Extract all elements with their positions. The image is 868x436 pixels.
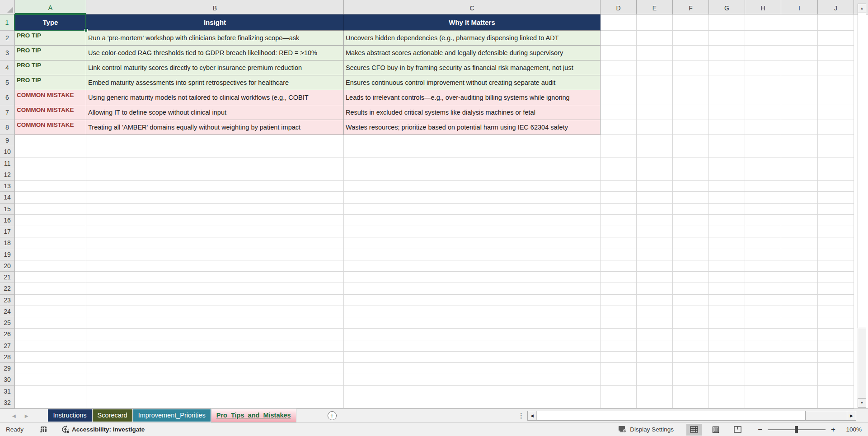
cell-F11[interactable] xyxy=(673,158,709,169)
cell-B7[interactable]: Allowing IT to define scope without clin… xyxy=(86,105,344,120)
cell-F17[interactable] xyxy=(673,226,709,237)
cell-C12[interactable] xyxy=(344,169,601,181)
cell-F5[interactable] xyxy=(673,75,709,90)
cell-B4[interactable]: Link control maturity scores directly to… xyxy=(86,60,344,75)
row-header-26[interactable]: 26 xyxy=(0,329,15,340)
cell-D4[interactable] xyxy=(601,60,637,75)
cell-I26[interactable] xyxy=(781,329,818,340)
row-header-29[interactable]: 29 xyxy=(0,363,15,374)
accessibility-status[interactable]: Accessibility: Investigate xyxy=(61,426,145,433)
cell-A26[interactable] xyxy=(15,329,86,340)
row-header-24[interactable]: 24 xyxy=(0,306,15,317)
cell-C18[interactable] xyxy=(344,237,601,249)
cell-H4[interactable] xyxy=(745,60,781,75)
cell-C25[interactable] xyxy=(344,317,601,329)
cell-E26[interactable] xyxy=(637,329,673,340)
cell-B8[interactable]: Treating all 'AMBER' domains equally wit… xyxy=(86,120,344,135)
cell-J25[interactable] xyxy=(818,317,854,329)
cell-A10[interactable] xyxy=(15,146,86,158)
cell-G23[interactable] xyxy=(709,295,745,306)
cell-B29[interactable] xyxy=(86,363,344,374)
cell-F20[interactable] xyxy=(673,260,709,272)
cell-D24[interactable] xyxy=(601,306,637,317)
row-header-19[interactable]: 19 xyxy=(0,249,15,260)
cell-G20[interactable] xyxy=(709,260,745,272)
cell-J5[interactable] xyxy=(818,75,854,90)
sheet-tab-instructions[interactable]: Instructions xyxy=(48,409,91,422)
horizontal-scrollbar[interactable]: ◀ ▶ xyxy=(527,411,856,421)
cell-H25[interactable] xyxy=(745,317,781,329)
cell-I24[interactable] xyxy=(781,306,818,317)
cell-E29[interactable] xyxy=(637,363,673,374)
row-header-23[interactable]: 23 xyxy=(0,295,15,306)
cell-H29[interactable] xyxy=(745,363,781,374)
column-header-G[interactable]: G xyxy=(709,0,745,14)
cell-F6[interactable] xyxy=(673,90,709,105)
row-header-16[interactable]: 16 xyxy=(0,215,15,226)
cell-J14[interactable] xyxy=(818,192,854,203)
cell-E18[interactable] xyxy=(637,237,673,249)
cell-H20[interactable] xyxy=(745,260,781,272)
cell-E24[interactable] xyxy=(637,306,673,317)
cell-A22[interactable] xyxy=(15,283,86,294)
cell-A14[interactable] xyxy=(15,192,86,203)
cell-A5[interactable]: PRO TIP xyxy=(15,75,86,90)
cell-A19[interactable] xyxy=(15,249,86,260)
cell-G12[interactable] xyxy=(709,169,745,181)
cell-I3[interactable] xyxy=(781,46,818,60)
cell-C2[interactable]: Uncovers hidden dependencies (e.g., phar… xyxy=(344,31,601,46)
cell-A32[interactable] xyxy=(15,397,86,408)
cell-J3[interactable] xyxy=(818,46,854,60)
cell-G27[interactable] xyxy=(709,340,745,352)
display-settings-button[interactable]: Display Settings xyxy=(618,426,674,433)
cell-J23[interactable] xyxy=(818,295,854,306)
cell-F19[interactable] xyxy=(673,249,709,260)
cell-C31[interactable] xyxy=(344,386,601,397)
cell-A29[interactable] xyxy=(15,363,86,374)
sheet-tab-improvement_priorities[interactable]: Improvement_Priorities xyxy=(133,409,211,422)
cell-I1[interactable] xyxy=(781,14,818,31)
cell-H27[interactable] xyxy=(745,340,781,352)
cell-F18[interactable] xyxy=(673,237,709,249)
zoom-slider-handle[interactable] xyxy=(795,426,798,433)
cell-B20[interactable] xyxy=(86,260,344,272)
cell-B24[interactable] xyxy=(86,306,344,317)
cell-E21[interactable] xyxy=(637,272,673,283)
cell-H18[interactable] xyxy=(745,237,781,249)
cell-C17[interactable] xyxy=(344,226,601,237)
cell-F9[interactable] xyxy=(673,135,709,146)
cell-E3[interactable] xyxy=(637,46,673,60)
cell-F4[interactable] xyxy=(673,60,709,75)
column-header-I[interactable]: I xyxy=(781,0,818,14)
cell-A25[interactable] xyxy=(15,317,86,329)
column-header-C[interactable]: C xyxy=(344,0,601,14)
cell-J12[interactable] xyxy=(818,169,854,181)
row-header-8[interactable]: 8 xyxy=(0,120,15,135)
cell-F27[interactable] xyxy=(673,340,709,352)
sheet-tab-scorecard[interactable]: Scorecard xyxy=(93,409,132,422)
cell-G10[interactable] xyxy=(709,146,745,158)
cell-J1[interactable] xyxy=(818,14,854,31)
cell-F25[interactable] xyxy=(673,317,709,329)
cell-I15[interactable] xyxy=(781,204,818,215)
cell-D1[interactable] xyxy=(601,14,637,31)
cell-H7[interactable] xyxy=(745,105,781,120)
cell-J32[interactable] xyxy=(818,397,854,408)
cell-F28[interactable] xyxy=(673,352,709,363)
cell-D23[interactable] xyxy=(601,295,637,306)
cell-I25[interactable] xyxy=(781,317,818,329)
zoom-out-icon[interactable]: − xyxy=(755,425,765,434)
column-header-E[interactable]: E xyxy=(637,0,673,14)
column-header-A[interactable]: A xyxy=(15,0,86,14)
cell-I31[interactable] xyxy=(781,386,818,397)
cell-B12[interactable] xyxy=(86,169,344,181)
cell-C23[interactable] xyxy=(344,295,601,306)
row-header-17[interactable]: 17 xyxy=(0,226,15,237)
cell-A6[interactable]: COMMON MISTAKE xyxy=(15,90,86,105)
cell-A17[interactable] xyxy=(15,226,86,237)
cell-E17[interactable] xyxy=(637,226,673,237)
row-header-2[interactable]: 2 xyxy=(0,31,15,46)
cell-D12[interactable] xyxy=(601,169,637,181)
cell-F21[interactable] xyxy=(673,272,709,283)
cell-C32[interactable] xyxy=(344,397,601,408)
